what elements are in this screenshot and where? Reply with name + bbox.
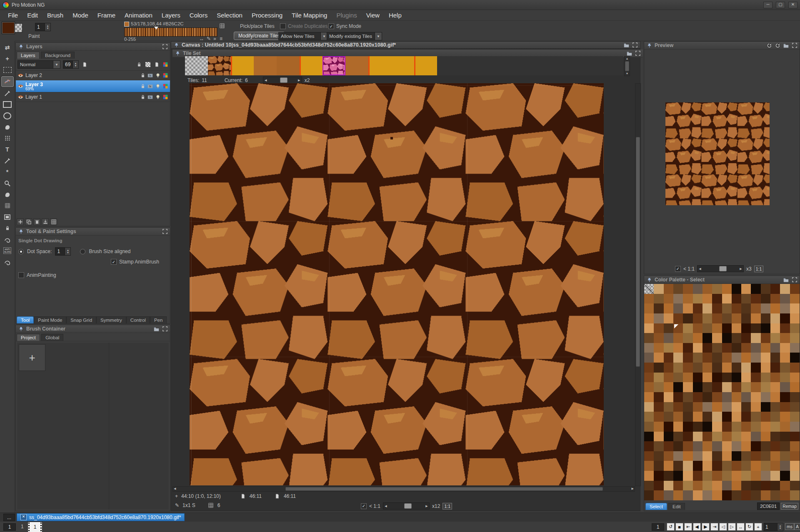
refresh2-icon[interactable] <box>775 42 781 48</box>
anim-a-button[interactable]: A <box>794 523 800 530</box>
palette-cell-174[interactable] <box>780 382 790 392</box>
palette-cell-325[interactable] <box>693 481 702 491</box>
palette-cell-249[interactable] <box>732 432 741 442</box>
palette-cell-296[interactable] <box>722 461 732 471</box>
palette-cell-247[interactable] <box>712 432 722 442</box>
palette-cell-261[interactable] <box>693 441 702 451</box>
palette-cell-210[interactable] <box>664 412 673 422</box>
palette-cell-250[interactable] <box>741 432 751 442</box>
palette-cell-264[interactable] <box>722 441 732 451</box>
slider-left-arrow[interactable]: ◀ <box>698 267 702 271</box>
stamp-animbrush-checkbox[interactable]: ✓ <box>111 259 117 265</box>
menu-item-plugins[interactable]: Plugins <box>332 10 361 20</box>
palette-cell-23[interactable] <box>712 294 722 304</box>
palette-cell-152[interactable] <box>722 373 732 383</box>
palette-cell-78[interactable] <box>780 323 790 333</box>
go-last-button[interactable]: ⇥ <box>710 523 718 531</box>
palette-cell-147[interactable] <box>673 373 683 383</box>
palette-cell-320[interactable] <box>644 481 654 491</box>
tileset-tile-0[interactable] <box>185 56 208 75</box>
tab-select[interactable]: Select <box>645 503 667 510</box>
merge-layer-button[interactable] <box>42 219 49 225</box>
palette-cell-186[interactable] <box>741 392 751 402</box>
palette-cell-130[interactable] <box>664 363 673 373</box>
palette-cell-278[interactable] <box>702 451 712 461</box>
palette-cell-36[interactable] <box>683 303 692 313</box>
rgb-icon[interactable] <box>162 94 168 100</box>
palette-cell-119[interactable] <box>712 353 722 363</box>
layer-row-layer-3[interactable]: Layer 369% fx <box>16 80 170 92</box>
palette-cell-309[interactable] <box>693 471 702 481</box>
rectangle-tool-icon[interactable] <box>2 99 13 109</box>
pan-hand-tool-icon[interactable] <box>2 189 13 199</box>
palette-cell-185[interactable] <box>732 392 741 402</box>
rgb-icon[interactable] <box>162 62 168 67</box>
palette-cell-11[interactable] <box>751 284 760 294</box>
palette-cell-157[interactable] <box>770 373 780 383</box>
dither-icon[interactable] <box>145 62 151 67</box>
palette-cell-289[interactable] <box>654 461 663 471</box>
palette-cell-160[interactable] <box>644 382 654 392</box>
preview-image[interactable] <box>665 102 770 205</box>
palette-cell-61[interactable] <box>770 313 780 323</box>
palette-cell-303[interactable] <box>790 461 800 471</box>
palette-cell-145[interactable] <box>654 373 663 383</box>
palette-cell-259[interactable] <box>673 441 683 451</box>
menu-item-view[interactable]: View <box>362 10 384 20</box>
dither-tool-icon[interactable] <box>2 133 13 143</box>
palette-cell-45[interactable] <box>770 303 780 313</box>
palette-cell-302[interactable] <box>780 461 790 471</box>
menu-item-processing[interactable]: Processing <box>247 10 287 20</box>
palette-cell-223[interactable] <box>790 412 800 422</box>
palette-cell-181[interactable] <box>693 392 702 402</box>
minimize-button[interactable]: ─ <box>763 2 772 8</box>
palette-cell-144[interactable] <box>644 373 654 383</box>
dot-space-radio[interactable] <box>18 249 24 254</box>
palette-cell-71[interactable] <box>712 323 722 333</box>
palette-cell-340[interactable] <box>683 490 692 500</box>
palette-cell-190[interactable] <box>780 392 790 402</box>
palette-cell-321[interactable] <box>654 481 663 491</box>
palette-cell-113[interactable] <box>654 353 663 363</box>
palette-cell-193[interactable] <box>654 402 663 412</box>
palette-cell-224[interactable] <box>644 422 654 432</box>
palette-cell-199[interactable] <box>712 402 722 412</box>
loop-button[interactable]: ↺ <box>667 523 675 531</box>
menu-item-file[interactable]: File <box>3 10 22 20</box>
pin-icon[interactable] <box>18 44 24 50</box>
canvas-zoom-reset-button[interactable]: 1:1 <box>442 503 452 510</box>
tab-edit[interactable]: Edit <box>668 503 685 510</box>
expand-icon[interactable] <box>791 42 798 48</box>
palette-header[interactable]: Color Palette - Select <box>644 276 800 284</box>
palette-cell-212[interactable] <box>683 412 692 422</box>
palette-cell-79[interactable] <box>790 323 800 333</box>
palette-cell-184[interactable] <box>722 392 732 402</box>
next-key-button[interactable]: ▶ <box>702 523 710 531</box>
palette-cell-47[interactable] <box>790 303 800 313</box>
menu-item-frame[interactable]: Frame <box>93 10 120 20</box>
palette-cell-349[interactable] <box>770 490 780 500</box>
palette-cell-86[interactable] <box>702 333 712 343</box>
palette-cell-162[interactable] <box>664 382 673 392</box>
palette-cell-46[interactable] <box>780 303 790 313</box>
palette-cell-207[interactable] <box>790 402 800 412</box>
palette-cell-253[interactable] <box>770 432 780 442</box>
palette-cell-273[interactable] <box>654 451 663 461</box>
palette-cell-285[interactable] <box>770 451 780 461</box>
palette-cell-149[interactable] <box>693 373 702 383</box>
palette-cell-110[interactable] <box>780 343 790 353</box>
pin-icon[interactable] <box>175 50 181 56</box>
palette-cell-166[interactable] <box>702 382 712 392</box>
palette-cell-98[interactable] <box>664 343 673 353</box>
palette-cell-287[interactable] <box>790 451 800 461</box>
palette-cell-56[interactable] <box>722 313 732 323</box>
palette-cell-290[interactable] <box>664 461 673 471</box>
move-tool-icon[interactable]: + <box>2 54 13 64</box>
palette-cell-24[interactable] <box>722 294 732 304</box>
pin-icon[interactable] <box>646 277 652 283</box>
palette-cell-177[interactable] <box>654 392 663 402</box>
palette-cell-4[interactable] <box>683 284 692 294</box>
palette-cell-17[interactable] <box>654 294 663 304</box>
palette-cell-200[interactable] <box>722 402 732 412</box>
tab-background[interactable]: Background <box>41 52 75 59</box>
